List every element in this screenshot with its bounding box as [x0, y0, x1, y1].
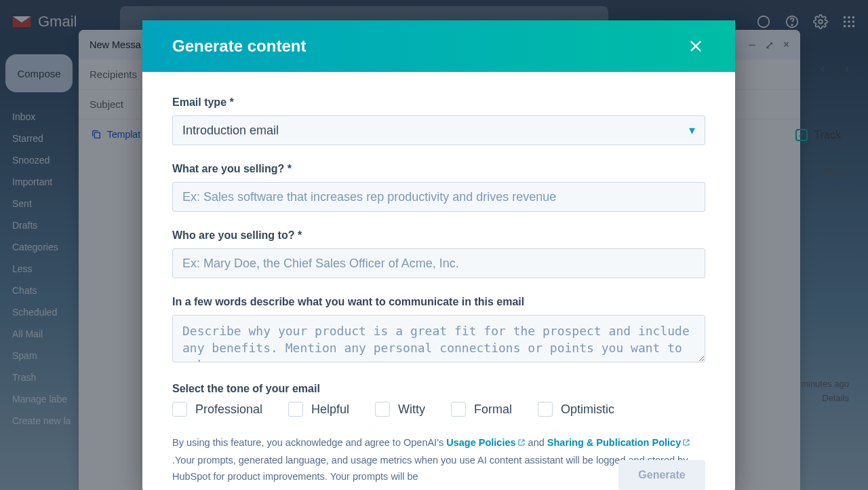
checkbox-icon	[375, 402, 390, 417]
describe-label: In a few words describe what you want to…	[172, 296, 705, 308]
email-type-field: Email type * Introduction email ▾	[172, 96, 705, 145]
tone-label: Select the tone of your email	[172, 383, 705, 395]
audience-field: Who are you selling to? *	[172, 229, 705, 278]
modal-title: Generate content	[172, 37, 306, 56]
external-link-icon	[517, 435, 526, 452]
modal-header: Generate content	[142, 20, 735, 72]
tone-optimistic[interactable]: Optimistic	[538, 402, 614, 417]
close-button[interactable]	[686, 37, 705, 56]
email-type-value: Introduction email	[182, 124, 279, 138]
email-type-label: Email type *	[172, 96, 705, 109]
email-type-select[interactable]: Introduction email ▾	[172, 115, 705, 145]
close-icon	[688, 39, 703, 54]
tone-witty[interactable]: Witty	[375, 402, 425, 417]
checkbox-icon	[288, 402, 303, 417]
checkbox-icon	[451, 402, 466, 417]
tone-options: Professional Helpful Witty Formal Optimi…	[172, 402, 705, 417]
selling-field: What are you selling? *	[172, 163, 705, 212]
sharing-policy-link[interactable]: Sharing & Publication Policy	[547, 437, 690, 448]
modal-body: Email type * Introduction email ▾ What a…	[142, 72, 735, 490]
tone-helpful[interactable]: Helpful	[288, 402, 349, 417]
audience-label: Who are you selling to? *	[172, 229, 705, 242]
usage-policies-link[interactable]: Usage Policies	[446, 437, 525, 448]
generate-content-modal: Generate content Email type * Introducti…	[142, 20, 735, 490]
describe-field: In a few words describe what you want to…	[172, 296, 705, 365]
tone-formal[interactable]: Formal	[451, 402, 512, 417]
generate-button[interactable]: Generate	[618, 460, 705, 490]
checkbox-icon	[172, 402, 187, 417]
selling-input[interactable]	[172, 182, 705, 212]
tone-field: Select the tone of your email Profession…	[172, 383, 705, 417]
selling-label: What are you selling? *	[172, 163, 705, 175]
external-link-icon	[682, 435, 690, 452]
chevron-down-icon: ▾	[689, 123, 695, 138]
tone-professional[interactable]: Professional	[172, 402, 262, 417]
describe-textarea[interactable]	[172, 315, 705, 362]
audience-input[interactable]	[172, 248, 705, 278]
checkbox-icon	[538, 402, 553, 417]
